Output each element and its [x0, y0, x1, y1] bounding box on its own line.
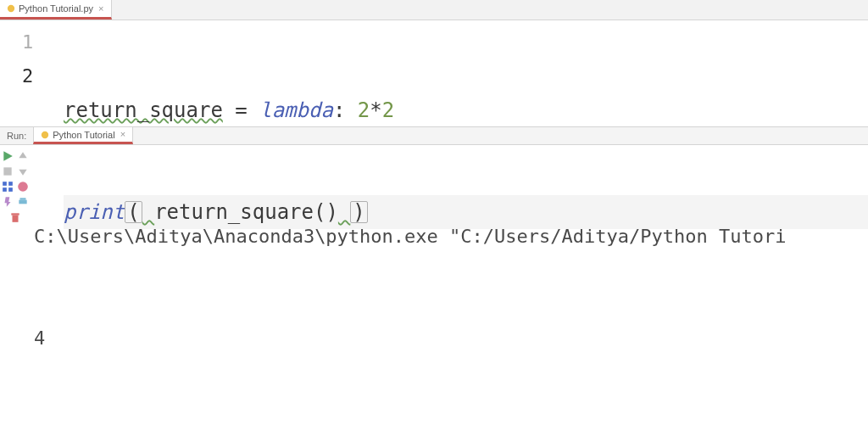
token-number: 2 — [382, 93, 394, 127]
svg-point-0 — [8, 5, 14, 12]
svg-rect-5 — [8, 182, 13, 186]
python-run-icon — [41, 131, 49, 139]
record-icon[interactable] — [17, 181, 29, 193]
svg-rect-6 — [3, 187, 7, 192]
svg-rect-10 — [20, 198, 26, 199]
console-line: C:\Users\Aditya\Anaconda3\python.exe "C:… — [34, 220, 865, 254]
editor-tab-label: Python Tutorial.py — [19, 3, 93, 14]
close-icon[interactable]: × — [119, 130, 125, 139]
token-operator: * — [370, 93, 381, 127]
layout-icon[interactable] — [2, 181, 14, 193]
python-file-icon — [7, 4, 15, 13]
stop-icon[interactable] — [2, 165, 14, 177]
run-panel-body: C:\Users\Aditya\Anaconda3\python.exe "C:… — [0, 145, 868, 442]
token-keyword: lambda — [259, 93, 333, 127]
run-panel-tab[interactable]: Python Tutorial × — [33, 127, 133, 144]
svg-point-1 — [42, 131, 48, 137]
code-line: return_square = lambda: 2*2 — [64, 93, 868, 127]
line-number: 2 — [0, 59, 55, 93]
console-output[interactable]: C:\Users\Aditya\Anaconda3\python.exe "C:… — [31, 145, 868, 442]
console-line: 4 — [34, 322, 865, 355]
svg-rect-9 — [19, 200, 26, 204]
editor-tab-bar: Python Tutorial.py × — [0, 0, 868, 20]
pin-icon[interactable] — [2, 196, 14, 208]
print-icon[interactable] — [17, 196, 29, 208]
svg-point-8 — [18, 182, 28, 192]
down-arrow-icon[interactable] — [17, 165, 29, 177]
run-panel-header: Run: Python Tutorial × — [0, 126, 868, 145]
svg-rect-11 — [13, 215, 19, 222]
token-identifier: return_square — [64, 93, 223, 127]
editor-area[interactable]: 1 2 return_square = lambda: 2*2 print( r… — [0, 20, 868, 126]
svg-marker-2 — [3, 151, 13, 161]
svg-rect-4 — [3, 182, 7, 186]
token-operator: = — [223, 93, 259, 127]
svg-rect-3 — [3, 167, 11, 175]
trash-icon[interactable] — [9, 211, 21, 223]
svg-rect-7 — [8, 187, 13, 192]
run-panel-title: Run: — [0, 127, 33, 144]
up-arrow-icon[interactable] — [17, 150, 29, 162]
line-gutter: 1 2 — [0, 20, 55, 126]
close-icon[interactable]: × — [97, 4, 103, 14]
code-content[interactable]: return_square = lambda: 2*2 print( retur… — [55, 20, 868, 126]
editor-tab[interactable]: Python Tutorial.py × — [0, 0, 112, 20]
token-number: 2 — [358, 93, 370, 127]
svg-rect-12 — [11, 213, 19, 215]
rerun-icon[interactable] — [2, 150, 14, 162]
run-panel-tab-label: Python Tutorial — [53, 130, 114, 140]
token-colon: : — [333, 93, 358, 127]
line-number: 1 — [0, 25, 55, 59]
run-toolbar — [0, 145, 31, 442]
